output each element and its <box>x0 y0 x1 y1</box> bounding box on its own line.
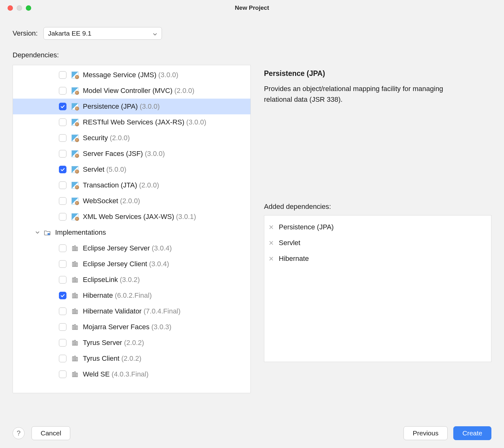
spec-item[interactable]: RESTful Web Services (JAX-RS) (3.0.0) <box>13 114 250 130</box>
version-select[interactable]: Jakarta EE 9.1 <box>43 27 162 40</box>
jakarta-spec-icon <box>72 198 78 204</box>
checkbox[interactable] <box>59 323 66 331</box>
checkbox[interactable] <box>59 103 66 110</box>
expand-toggle-icon[interactable] <box>35 230 40 235</box>
spec-version: (3.0.0) <box>186 118 206 126</box>
checkbox[interactable] <box>59 181 66 189</box>
svg-rect-19 <box>72 341 74 345</box>
spec-item[interactable]: Message Service (JMS) (3.0.0) <box>13 67 250 83</box>
remove-dependency-icon[interactable] <box>269 241 274 245</box>
spec-version: (3.0.0) <box>158 71 179 79</box>
impl-item[interactable]: Tyrus Server (2.0.2) <box>13 335 250 351</box>
added-dependency-row: Hibernate <box>269 251 487 267</box>
checkbox[interactable] <box>59 260 66 268</box>
remove-dependency-icon[interactable] <box>269 256 274 261</box>
checkbox[interactable] <box>59 213 66 221</box>
checkbox[interactable] <box>59 87 66 95</box>
svg-rect-20 <box>74 340 76 345</box>
checkbox[interactable] <box>59 197 66 205</box>
dependencies-tree[interactable]: Message Service (JMS) (3.0.0)Model View … <box>13 65 250 393</box>
spec-name: Persistence (JPA) <box>83 102 138 111</box>
impl-name: Hibernate Validator <box>83 307 142 315</box>
spec-item[interactable]: Model View Controller (MVC) (2.0.0) <box>13 83 250 99</box>
impl-version: (2.0.2) <box>124 339 144 347</box>
added-dependency-name: Persistence (JPA) <box>279 223 334 231</box>
impl-item[interactable]: Hibernate Validator (7.0.4.Final) <box>13 303 250 319</box>
impl-version: (2.0.2) <box>121 354 141 363</box>
library-icon <box>72 371 78 378</box>
impl-item[interactable]: Tyrus Client (2.0.2) <box>13 351 250 366</box>
impl-name: Eclipse Jersey Server <box>83 244 150 252</box>
svg-rect-2 <box>74 246 76 251</box>
impl-version: (6.0.2.Final) <box>115 291 152 300</box>
help-button[interactable]: ? <box>13 427 25 439</box>
library-icon <box>72 339 78 346</box>
library-icon <box>72 324 78 330</box>
impl-item[interactable]: Eclipse Jersey Client (3.0.4) <box>13 256 250 272</box>
svg-rect-7 <box>72 278 74 282</box>
dialog-footer: ? Cancel Previous Create <box>0 418 504 448</box>
library-icon <box>72 292 78 299</box>
checkbox[interactable] <box>59 307 66 315</box>
impl-version: (7.0.4.Final) <box>144 307 180 315</box>
svg-rect-9 <box>76 279 77 282</box>
added-dependencies-list: Persistence (JPA)ServletHibernate <box>264 215 491 362</box>
checkbox[interactable] <box>59 118 66 126</box>
spec-name: Model View Controller (MVC) <box>83 87 172 95</box>
impl-version: (3.0.3) <box>152 323 172 331</box>
spec-item[interactable]: XML Web Services (JAX-WS) (3.0.1) <box>13 209 250 225</box>
spec-item[interactable]: Security (2.0.0) <box>13 130 250 146</box>
checkbox[interactable] <box>59 292 66 299</box>
impl-version: (3.0.2) <box>120 276 140 284</box>
version-value: Jakarta EE 9.1 <box>48 30 92 37</box>
spec-version: (5.0.0) <box>106 165 126 174</box>
spec-item[interactable]: Server Faces (JSF) (3.0.0) <box>13 146 250 162</box>
spec-version: (3.0.1) <box>176 213 196 221</box>
checkbox[interactable] <box>59 71 66 79</box>
spec-name: Security <box>83 134 108 142</box>
checkbox[interactable] <box>59 150 66 158</box>
jakarta-spec-icon <box>72 213 78 220</box>
spec-item[interactable]: WebSocket (2.0.0) <box>13 193 250 209</box>
previous-button[interactable]: Previous <box>404 426 448 440</box>
impl-item[interactable]: Weld SE (4.0.3.Final) <box>13 366 250 382</box>
checkbox[interactable] <box>59 244 66 252</box>
checkbox[interactable] <box>59 355 66 362</box>
cancel-button[interactable]: Cancel <box>32 426 70 440</box>
spec-name: RESTful Web Services (JAX-RS) <box>83 118 184 126</box>
added-dependency-name: Servlet <box>279 239 300 247</box>
impl-version: (3.0.4) <box>149 260 169 268</box>
impl-name: Mojarra Server Faces <box>83 323 150 331</box>
library-icon <box>72 355 78 362</box>
added-dependencies-label: Added dependencies: <box>264 203 491 211</box>
impl-name: Eclipse Jersey Client <box>83 260 147 268</box>
checkbox[interactable] <box>59 339 66 347</box>
implementations-group[interactable]: Implementations <box>13 225 250 240</box>
impl-version: (3.0.4) <box>152 244 172 252</box>
impl-item[interactable]: Eclipse Jersey Server (3.0.4) <box>13 240 250 256</box>
impl-item[interactable]: Mojarra Server Faces (3.0.3) <box>13 319 250 335</box>
spec-item[interactable]: Persistence (JPA) (3.0.0) <box>13 99 250 114</box>
dependencies-tree-panel: Message Service (JMS) (3.0.0)Model View … <box>13 65 251 393</box>
version-row: Version: Jakarta EE 9.1 <box>13 27 491 40</box>
checkbox[interactable] <box>59 276 66 284</box>
svg-rect-24 <box>76 357 77 361</box>
remove-dependency-icon[interactable] <box>269 225 274 229</box>
impl-name: Tyrus Client <box>83 354 119 363</box>
impl-item[interactable]: Hibernate (6.0.2.Final) <box>13 288 250 303</box>
svg-rect-15 <box>76 310 77 314</box>
spec-item[interactable]: Transaction (JTA) (2.0.0) <box>13 177 250 193</box>
checkbox[interactable] <box>59 134 66 142</box>
spec-item[interactable]: Servlet (5.0.0) <box>13 162 250 177</box>
spec-version: (2.0.0) <box>110 134 130 142</box>
svg-rect-4 <box>72 262 74 267</box>
checkbox[interactable] <box>59 370 66 378</box>
svg-rect-16 <box>72 325 74 330</box>
added-dependency-row: Persistence (JPA) <box>269 219 487 235</box>
impl-name: Weld SE <box>83 370 110 378</box>
checkbox[interactable] <box>59 166 66 173</box>
create-button[interactable]: Create <box>453 426 491 440</box>
impl-item[interactable]: EclipseLink (3.0.2) <box>13 272 250 288</box>
svg-rect-12 <box>76 294 77 298</box>
version-label: Version: <box>13 29 38 37</box>
